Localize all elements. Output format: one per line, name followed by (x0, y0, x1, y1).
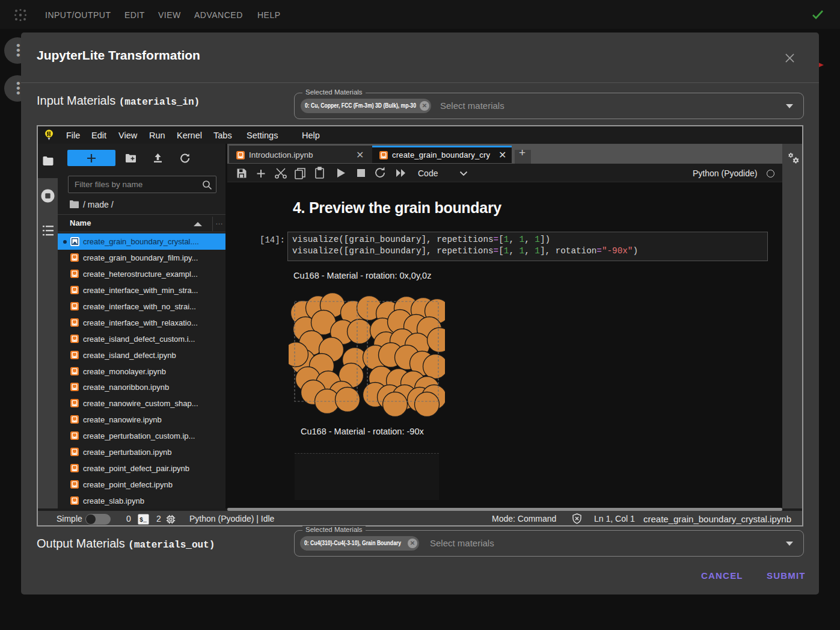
svg-text:$_: $_ (139, 517, 147, 523)
